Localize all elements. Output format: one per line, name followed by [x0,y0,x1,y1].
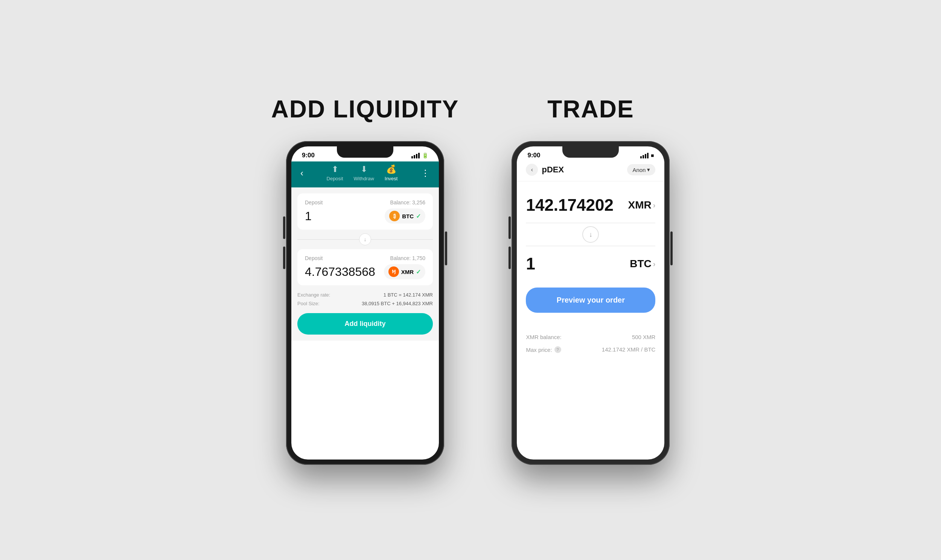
notch-left [337,146,393,158]
battery-icon-right: ■ [651,152,654,158]
xmr-label: XMR [401,269,414,275]
pool-size-label: Pool Size: [297,301,320,306]
deposit-card-1: Deposit Balance: 3,256 1 ₿ BTC ✓ [297,194,433,229]
xmr-checkmark: ✓ [416,268,421,275]
deposit-card-1-header: Deposit Balance: 3,256 [305,200,425,206]
add-liquidity-button[interactable]: Add liquidity [297,313,433,335]
invest-icon: 💰 [386,165,396,174]
deposit-amount-row-2: 4.767338568 Ɱ XMR ✓ [305,264,425,279]
phone-screen-right: 9:00 ■ ‹ pDEX Anon [517,146,664,460]
xmr-balance-label: XMR balance: [526,334,561,340]
max-price-label: Max price: ? [526,346,561,353]
trade-divider-bottom [526,246,655,246]
signal-icon-right [640,153,649,158]
withdraw-icon: ⬇ [361,165,367,174]
help-icon[interactable]: ? [554,346,561,353]
anon-button[interactable]: Anon ▾ [627,164,655,175]
from-row: 142.174202 XMR › [526,192,655,218]
anon-chevron: ▾ [647,166,650,173]
phone1-header: ‹ ⬆ Deposit ⬇ Withdraw 💰 Invest [291,162,439,188]
to-coin[interactable]: BTC › [630,258,655,270]
deposit-card-2: Deposit Balance: 1,750 4.767338568 Ɱ XMR… [297,249,433,285]
trade-arrow-row: ↓ [526,226,655,243]
down-arrow-icon: ↓ [359,233,371,245]
to-coin-chevron: › [653,260,656,268]
to-coin-label: BTC [630,258,652,270]
phone-right: 9:00 ■ ‹ pDEX Anon [512,141,670,465]
deposit-label-2: Deposit [305,255,323,261]
pool-size-value: 38,0915 BTC + 16,944,823 XMR [362,301,433,306]
from-coin-label: XMR [628,199,652,211]
status-icons-right: ■ [640,152,654,158]
nav-tabs: ⬆ Deposit ⬇ Withdraw 💰 Invest [327,165,398,182]
back-button-left[interactable]: ‹ [300,168,303,178]
from-coin-chevron: › [653,201,656,210]
btc-icon: ₿ [389,211,400,221]
status-icons-left: 🔋 [411,152,428,158]
preview-order-button[interactable]: Preview your order [526,288,655,313]
anon-label: Anon [632,167,646,173]
battery-icon-left: 🔋 [422,152,428,158]
time-right: 9:00 [527,152,540,159]
phone-left: 9:00 🔋 ‹ ⬆ [286,141,444,465]
tab-deposit[interactable]: ⬆ Deposit [327,165,343,182]
tab-deposit-label: Deposit [327,176,343,182]
trade-content: 142.174202 XMR › ↓ 1 BTC [517,182,664,323]
deposit-label-1: Deposit [305,200,323,206]
coin-badge-xmr[interactable]: Ɱ XMR ✓ [384,264,425,279]
deposit-icon: ⬆ [332,165,338,174]
deposit-amount-2[interactable]: 4.767338568 [305,265,375,279]
from-coin[interactable]: XMR › [628,199,656,211]
tab-withdraw[interactable]: ⬇ Withdraw [354,165,374,182]
phone1-nav: ‹ ⬆ Deposit ⬇ Withdraw 💰 Invest [300,165,430,182]
pool-size-row: Pool Size: 38,0915 BTC + 16,944,823 XMR [297,299,433,308]
xmr-balance-row: XMR balance: 500 XMR [526,331,655,343]
power-button [445,231,447,265]
add-liquidity-section: ADD LIQUIDITY 9:00 🔋 [271,95,459,465]
phone-screen-left: 9:00 🔋 ‹ ⬆ [291,146,439,460]
xmr-balance-value: 500 XMR [632,334,656,340]
btc-checkmark: ✓ [416,212,421,220]
trade-section: TRADE 9:00 ■ [512,95,670,465]
exchange-info: Exchange rate: 1 BTC = 142.174 XMR Pool … [297,285,433,308]
exchange-rate-value: 1 BTC = 142.174 XMR [384,292,433,298]
xmr-icon: Ɱ [389,266,399,277]
signal-icon-left [411,153,420,158]
pdex-left: ‹ pDEX [526,164,564,176]
tab-invest[interactable]: 💰 Invest [385,165,398,182]
to-row: 1 BTC › [526,251,655,277]
tab-withdraw-label: Withdraw [354,176,374,182]
more-button[interactable]: ⋮ [421,168,430,178]
back-button-right[interactable]: ‹ [526,164,538,176]
coin-badge-btc[interactable]: ₿ BTC ✓ [385,209,425,223]
power-button-right [670,231,673,265]
btc-label: BTC [402,213,414,219]
balance-label-1: Balance: 3,256 [391,200,425,206]
volume-up-button-right [509,216,511,239]
deposit-amount-1[interactable]: 1 [305,209,312,223]
pdex-title: pDEX [542,165,564,175]
divider-arrow: ↓ [297,229,433,249]
exchange-rate-row: Exchange rate: 1 BTC = 142.174 XMR [297,291,433,299]
volume-down-button [283,246,285,269]
notch-right [562,146,619,158]
max-price-text: Max price: [526,347,552,353]
to-amount[interactable]: 1 [526,254,535,273]
trade-divider-top [526,223,655,223]
trade-info: XMR balance: 500 XMR Max price: ? 142.17… [517,323,664,356]
max-price-value: 142.1742 XMR / BTC [602,346,656,353]
exchange-rate-label: Exchange rate: [297,292,330,298]
pdex-header: ‹ pDEX Anon ▾ [517,162,664,182]
volume-down-button-right [509,246,511,269]
trade-title: TRADE [547,95,634,123]
tab-invest-label: Invest [385,176,398,182]
deposit-amount-row-1: 1 ₿ BTC ✓ [305,209,425,223]
trade-down-arrow: ↓ [582,226,599,243]
from-amount[interactable]: 142.174202 [526,196,613,214]
deposit-card-2-header: Deposit Balance: 1,750 [305,255,425,261]
add-liquidity-title: ADD LIQUIDITY [271,95,459,123]
volume-up-button [283,216,285,239]
max-price-row: Max price: ? 142.1742 XMR / BTC [526,343,655,356]
balance-label-2: Balance: 1,750 [391,255,425,261]
phone1-content: Deposit Balance: 3,256 1 ₿ BTC ✓ ↓ [291,188,439,341]
